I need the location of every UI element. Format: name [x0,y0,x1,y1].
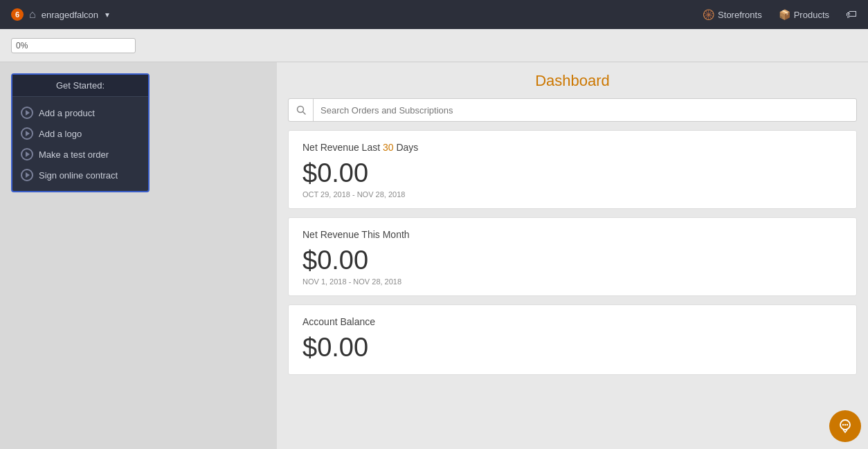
products-link[interactable]: 📦 Products [779,9,829,20]
circle-play-icon-2 [21,127,33,140]
search-bar [288,98,857,122]
add-product-label: Add a product [39,108,95,118]
chat-icon [838,419,853,434]
card-date-range-30days: OCT 29, 2018 - NOV 28, 2018 [302,190,842,199]
card-title-thismonth: Net Revenue This Month [302,229,842,240]
storefronts-label: Storefronts [718,10,762,20]
revenue-card-30days: Net Revenue Last 30 Days $0.00 OCT 29, 2… [288,130,857,209]
card-amount-balance: $0.00 [302,334,842,360]
revenue-card-thismonth: Net Revenue This Month $0.00 NOV 1, 2018… [288,217,857,296]
get-started-item-add-product[interactable]: Add a product [12,102,148,123]
storefronts-icon: 🛞 [703,9,714,20]
search-bar-wrap [277,98,868,130]
search-icon [296,105,306,115]
get-started-item-test-order[interactable]: Make a test order [12,144,148,165]
card-title-highlight-1: 30 [383,142,394,153]
nav-left: 6 ⌂ enragedfalcon ▼ [11,8,111,21]
notification-badge[interactable]: 6 [11,8,24,21]
get-started-header: Get Started: [12,75,148,97]
card-title-text-2: Net Revenue This Month [302,229,410,240]
card-title-suffix-1: Days [394,142,419,153]
top-navbar: 6 ⌂ enragedfalcon ▼ 🛞 Storefronts 📦 Prod… [0,0,868,29]
circle-play-icon-4 [21,169,33,181]
products-label: Products [794,10,829,20]
progress-label: 0% [16,41,28,51]
card-amount-thismonth: $0.00 [302,247,842,273]
dashboard-title: Dashboard [277,62,868,98]
user-dropdown-caret[interactable]: ▼ [104,11,111,19]
get-started-box: Get Started: Add a product Add a logo Ma… [11,73,150,192]
svg-point-5 [847,424,848,425]
get-started-item-add-logo[interactable]: Add a logo [12,123,148,144]
card-title-text-3: Account Balance [302,316,375,327]
card-amount-30days: $0.00 [302,160,842,186]
username-label[interactable]: enragedfalcon [42,10,98,20]
products-icon: 📦 [779,9,790,20]
progress-area: 0% [0,29,868,62]
test-order-label: Make a test order [39,149,109,160]
card-title-text-1: Net Revenue Last [302,142,383,153]
card-title-30days: Net Revenue Last 30 Days [302,142,842,153]
home-icon[interactable]: ⌂ [29,8,36,21]
search-input[interactable] [314,105,856,116]
sign-contract-label: Sign online contract [39,170,118,181]
chat-button[interactable] [829,410,861,442]
left-panel: Get Started: Add a product Add a logo Ma… [0,62,277,449]
revenue-card-balance: Account Balance $0.00 [288,304,857,375]
card-date-range-thismonth: NOV 1, 2018 - NOV 28, 2018 [302,277,842,286]
card-title-balance: Account Balance [302,316,842,327]
circle-play-icon-3 [21,148,33,161]
get-started-items: Add a product Add a logo Make a test ord… [12,97,148,191]
right-panel: Dashboard Net Revenue Last 30 Days [277,62,868,449]
svg-line-1 [302,112,305,115]
circle-play-icon-1 [21,107,33,119]
cards-area: Net Revenue Last 30 Days $0.00 OCT 29, 2… [277,130,868,375]
storefronts-link[interactable]: 🛞 Storefronts [703,9,762,20]
add-logo-label: Add a logo [39,129,82,139]
progress-bar-container: 0% [11,38,136,53]
get-started-item-sign-contract[interactable]: Sign online contract [12,165,148,185]
main-content: Get Started: Add a product Add a logo Ma… [0,62,868,449]
tag-icon[interactable]: 🏷 [846,8,857,21]
svg-point-4 [844,424,846,425]
svg-point-3 [842,424,844,425]
search-icon-button[interactable] [289,99,314,121]
